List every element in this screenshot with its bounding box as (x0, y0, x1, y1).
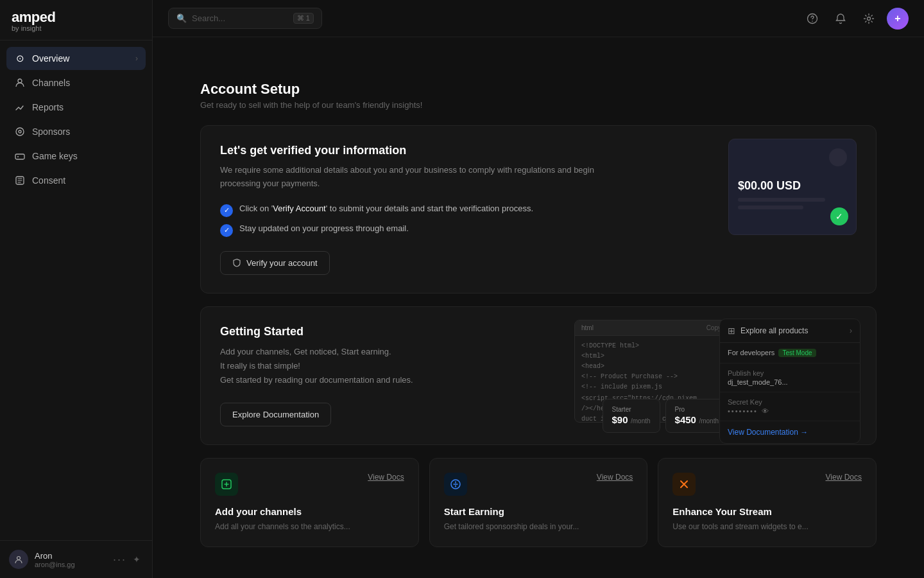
starter-period: /month (631, 417, 651, 425)
verify-preview: $00.00 USD ✓ (728, 139, 857, 235)
sidebar-item-channels[interactable]: Channels (6, 71, 146, 94)
start-earning-view-docs[interactable]: View Docs (597, 473, 633, 482)
pro-period: /month (699, 417, 719, 425)
help-icon-button[interactable] (802, 8, 823, 29)
verify-title: Let's get verified your information (220, 144, 631, 157)
svg-point-9 (868, 17, 871, 20)
overview-icon: ⊙ (14, 53, 26, 64)
sidebar-nav: ⊙ Overview › Channels Reports Sponsors (0, 40, 152, 540)
sidebar-item-gamekeys[interactable]: Game keys (6, 144, 146, 168)
logo-main: amped (12, 9, 141, 26)
page-content: Account Setup Get ready to sell with the… (177, 60, 900, 568)
enhance-stream-view-docs[interactable]: View Docs (826, 473, 862, 482)
consent-icon (14, 175, 26, 186)
sidebar-item-overview[interactable]: ⊙ Overview › (6, 47, 146, 70)
sidebar-label-consent: Consent (32, 175, 138, 186)
starter-label: Starter (612, 406, 651, 413)
notification-icon-button[interactable] (830, 8, 851, 29)
explore-documentation-button[interactable]: Explore Documentation (220, 403, 331, 426)
check-icon-2: ✓ (220, 224, 233, 237)
sidebar-item-consent[interactable]: Consent (6, 169, 146, 192)
svg-point-6 (17, 557, 21, 560)
getting-started-card: Getting Started Add your channels, Get n… (200, 306, 877, 445)
topbar: 🔍 Search... ⌘ 1 + (153, 0, 924, 37)
dev-panel: ⊞ Explore all products › For developers … (719, 319, 860, 444)
bottom-card-start-earning[interactable]: View Docs Start Earning Get tailored spo… (429, 458, 648, 547)
reports-icon (14, 101, 26, 113)
gs-content: Getting Started Add your channels, Get n… (220, 325, 413, 426)
view-documentation-link[interactable]: View Documentation → (720, 421, 860, 443)
code-header: html Copy (575, 320, 728, 336)
price-card-starter: Starter $90 /month (603, 399, 660, 433)
preview-check-icon: ✓ (830, 207, 848, 225)
verify-card: Let's get verified your information We r… (200, 125, 877, 293)
publish-key-label: Publish key (728, 369, 852, 377)
check-text-1: Click on 'Verify Account' to submit your… (239, 204, 533, 213)
check-icon-1: ✓ (220, 204, 233, 217)
search-placeholder: Search... (192, 13, 288, 23)
verify-desc: We require some additional details about… (220, 164, 631, 191)
secret-key-label: Secret Key (728, 398, 852, 406)
sidebar-label-reports: Reports (32, 102, 138, 112)
gs-desc: Add your channels, Get noticed, Start ea… (220, 345, 413, 387)
gs-title: Getting Started (220, 325, 413, 338)
publish-key-value: dj_test_mode_76... (728, 378, 852, 386)
sidebar-item-reports[interactable]: Reports (6, 96, 146, 119)
sidebar-footer: Aron aron@ins.gg ··· ✦ (0, 540, 152, 578)
shield-icon (232, 258, 241, 267)
dev-panel-header[interactable]: ⊞ Explore all products › (720, 319, 860, 343)
dev-row-publish-key: Publish key dj_test_mode_76... (720, 363, 860, 392)
eye-icon[interactable]: 👁 (762, 407, 769, 415)
search-icon: 🔍 (176, 13, 187, 23)
preview-amount: $00.00 USD (738, 179, 801, 193)
check-item-2: ✓ Stay updated on your progress through … (220, 223, 631, 237)
enhance-stream-title: Enhance Your Stream (672, 506, 862, 517)
sidebar-label-overview: Overview (32, 53, 129, 64)
footer-email: aron@ins.gg (35, 561, 107, 568)
logo-sub: by insight (12, 24, 141, 32)
bottom-card-enhance-stream[interactable]: View Docs Enhance Your Stream Use our to… (658, 458, 877, 547)
pricing-mini: Starter $90 /month Pro $450 /month (603, 399, 728, 433)
search-bar[interactable]: 🔍 Search... ⌘ 1 (168, 8, 322, 29)
enhance-stream-icon (672, 473, 696, 496)
sidebar-logo: amped by insight (0, 0, 152, 40)
preview-bar-4 (738, 206, 803, 209)
verify-account-button[interactable]: Verify your account (220, 251, 330, 275)
sidebar-label-gamekeys: Game keys (32, 151, 138, 161)
dev-row-secret-key: Secret Key •••••••• 👁 (720, 392, 860, 421)
sidebar-label-channels: Channels (32, 78, 138, 88)
sidebar-item-sponsors[interactable]: Sponsors (6, 120, 146, 143)
user-profile-button[interactable]: + (887, 8, 909, 30)
page-title: Account Setup (200, 81, 877, 98)
settings-icon-button[interactable] (859, 8, 879, 29)
verify-content: Let's get verified your information We r… (220, 144, 631, 275)
footer-name: Aron (35, 551, 107, 561)
preview-bar-3 (738, 198, 825, 202)
svg-rect-3 (15, 154, 24, 159)
start-earning-title: Start Earning (444, 506, 633, 517)
main-area: 🔍 Search... ⌘ 1 + Account Setup Get read… (153, 0, 924, 578)
search-shortcut: ⌘ 1 (293, 13, 314, 24)
bottom-card-add-channels[interactable]: View Docs Add your channels Add all your… (200, 458, 419, 547)
verify-checklist: ✓ Click on 'Verify Account' to submit yo… (220, 204, 631, 237)
page-subtitle: Get ready to sell with the help of our t… (200, 100, 877, 110)
dev-header-arrow-icon: › (850, 326, 852, 335)
sidebar: amped by insight ⊙ Overview › Channels R… (0, 0, 153, 578)
start-earning-desc: Get tailored sponsorship deals in your..… (444, 521, 633, 532)
svg-point-2 (19, 130, 21, 133)
user-avatar (9, 550, 28, 569)
enhance-stream-desc: Use our tools and stream widgets to e... (672, 521, 862, 532)
channels-icon (14, 77, 26, 89)
svg-point-0 (18, 79, 22, 83)
overview-arrow-icon: › (135, 54, 138, 63)
footer-menu-button[interactable]: ··· (113, 553, 126, 566)
test-mode-badge: Test Mode (778, 349, 816, 357)
svg-point-1 (16, 128, 24, 136)
products-icon: ⊞ (728, 326, 735, 336)
sponsors-icon (14, 126, 26, 137)
start-earning-icon (444, 473, 467, 496)
svg-point-4 (17, 156, 19, 157)
add-channels-icon (215, 473, 238, 496)
add-channels-title: Add your channels (215, 506, 404, 517)
add-channels-view-docs[interactable]: View Docs (368, 473, 404, 482)
